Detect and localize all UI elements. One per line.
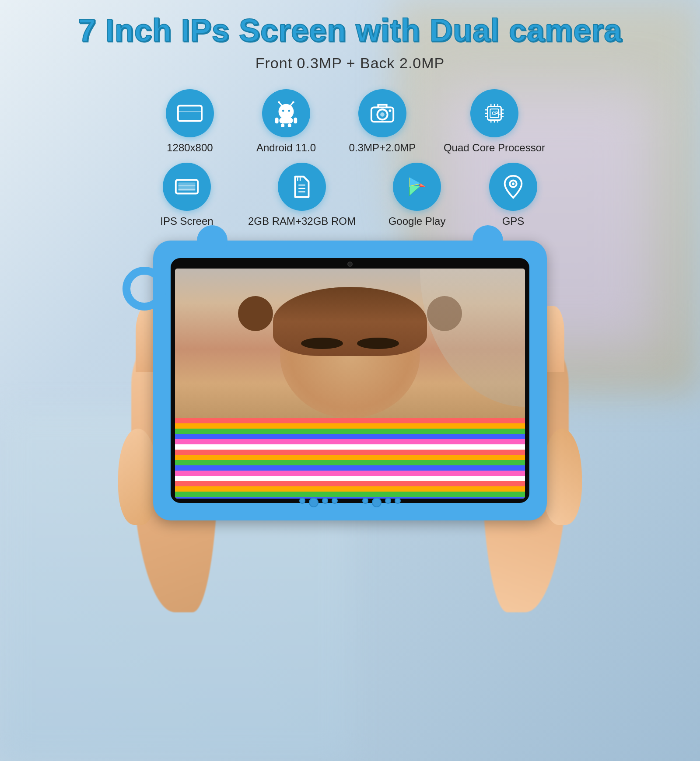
ips-icon xyxy=(173,173,200,200)
paw-dot-6 xyxy=(372,498,382,507)
feature-googleplay: Google Play xyxy=(382,163,452,227)
ram-icon-circle xyxy=(278,163,326,211)
feature-resolution: 1280x800 xyxy=(155,89,225,154)
cpu-icon-circle: CPU xyxy=(470,89,518,137)
svg-point-7 xyxy=(282,110,284,112)
ram-label: 2GB RAM+32GB ROM xyxy=(248,215,356,227)
paw-dot-5 xyxy=(362,498,368,504)
ips-label: IPS Screen xyxy=(160,215,213,227)
svg-point-45 xyxy=(512,183,514,185)
feature-gps: GPS xyxy=(478,163,548,227)
tablet-bezel xyxy=(171,258,529,503)
svg-rect-11 xyxy=(294,118,297,124)
paw-prints xyxy=(299,498,401,507)
cpu-icon: CPU xyxy=(481,100,508,127)
svg-rect-9 xyxy=(279,118,293,124)
camera-label: 0.3MP+2.0MP xyxy=(349,142,416,154)
sdcard-icon xyxy=(288,173,315,200)
svg-point-8 xyxy=(288,110,290,112)
svg-rect-12 xyxy=(281,123,284,127)
paw-dot-4 xyxy=(332,498,338,504)
paw-dot-2 xyxy=(309,498,318,507)
feature-ips: IPS Screen xyxy=(152,163,222,227)
googleplay-label: Google Play xyxy=(388,215,446,227)
gps-icon-circle xyxy=(489,163,537,211)
svg-rect-13 xyxy=(288,123,291,127)
feature-ram: 2GB RAM+32GB ROM xyxy=(248,163,356,227)
subtitle: Front 0.3MP + Back 2.0MP xyxy=(256,55,445,72)
svg-line-37 xyxy=(304,177,309,182)
tablet-screen xyxy=(175,269,525,499)
tablet-device xyxy=(162,249,538,512)
resolution-label: 1280x800 xyxy=(167,142,213,154)
feature-android: Android 11.0 xyxy=(251,89,321,154)
paw-dot-8 xyxy=(395,498,401,504)
features-grid: 1280x800 xyxy=(152,89,548,227)
main-content: 7 Inch IPs Screen with Dual camera Front… xyxy=(0,0,700,761)
paw-dot-3 xyxy=(322,498,328,504)
feature-cpu: CPU Quad Core Processor xyxy=(444,89,545,154)
resolution-icon-circle xyxy=(166,89,214,137)
camera-icon-circle xyxy=(358,89,406,137)
screen-icon xyxy=(176,100,203,127)
features-row-1: 1280x800 xyxy=(155,89,545,154)
shirt xyxy=(175,418,525,499)
svg-point-16 xyxy=(380,112,385,117)
main-title: 7 Inch IPs Screen with Dual camera xyxy=(78,13,622,48)
paw-dot-7 xyxy=(385,498,391,504)
paw-dot-1 xyxy=(299,498,305,504)
gps-icon xyxy=(500,173,527,200)
googleplay-icon-circle xyxy=(393,163,441,211)
svg-text:CPU: CPU xyxy=(492,111,502,116)
circle-handle xyxy=(122,267,166,311)
svg-point-2 xyxy=(279,104,294,119)
svg-point-4 xyxy=(278,101,280,104)
svg-line-5 xyxy=(290,103,293,106)
ips-icon-circle xyxy=(163,163,211,211)
android-icon xyxy=(273,100,300,127)
svg-point-6 xyxy=(292,101,294,104)
play-icon xyxy=(403,173,430,200)
features-row-2: IPS Screen xyxy=(152,163,548,227)
svg-rect-0 xyxy=(178,106,202,121)
front-camera xyxy=(347,262,353,267)
tablet-section xyxy=(131,236,569,612)
svg-line-3 xyxy=(279,103,282,106)
android-icon-circle xyxy=(262,89,310,137)
android-label: Android 11.0 xyxy=(256,142,316,154)
feature-camera: 0.3MP+2.0MP xyxy=(347,89,417,154)
gps-label: GPS xyxy=(502,215,525,227)
bear-ear-left xyxy=(197,225,228,256)
cpu-label: Quad Core Processor xyxy=(444,142,545,154)
svg-point-17 xyxy=(388,109,391,112)
svg-rect-10 xyxy=(275,118,279,124)
camera-icon xyxy=(369,100,396,127)
bear-ear-right xyxy=(472,225,503,256)
